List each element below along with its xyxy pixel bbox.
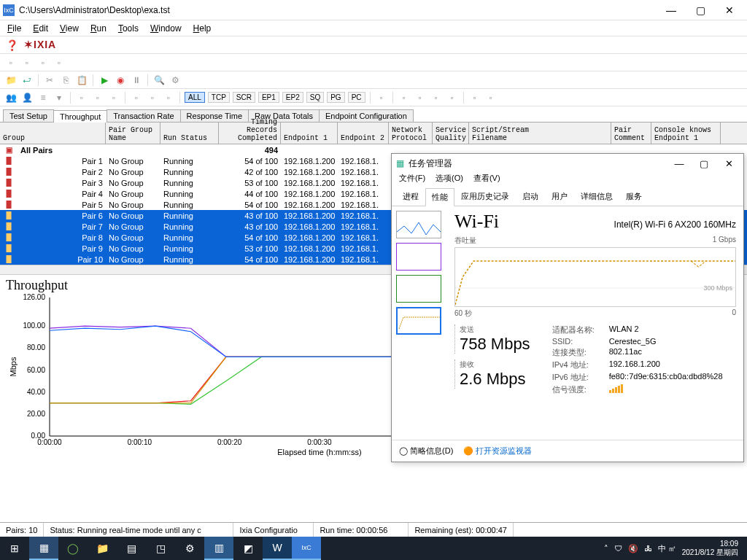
taskmgr-minimize[interactable]: —	[669, 158, 689, 169]
col-header[interactable]: Endpoint 1	[281, 122, 338, 144]
menu-edit[interactable]: Edit	[33, 23, 48, 34]
sort-icon[interactable]: ≡	[36, 91, 50, 104]
folder-icon[interactable]: 📁	[4, 74, 18, 87]
extra-1-icon[interactable]: ▫	[375, 91, 388, 104]
paste-icon[interactable]: 📋	[75, 74, 88, 87]
menu-run[interactable]: Run	[90, 23, 107, 34]
thumb-mem[interactable]	[396, 243, 441, 271]
taskbar-app-1[interactable]: ▦	[29, 537, 58, 560]
taskmgr-menu-options[interactable]: 选项(O)	[436, 173, 463, 187]
thumb-cpu[interactable]	[396, 211, 441, 238]
clear-3-icon[interactable]: ▫	[107, 91, 120, 104]
col-header[interactable]: Service Quality	[433, 122, 469, 144]
pause-icon[interactable]: ⏸	[130, 74, 143, 87]
menu-tools[interactable]: Tools	[118, 23, 139, 34]
taskmgr-tab-3[interactable]: 启动	[516, 187, 545, 206]
extra-7-icon[interactable]: ▫	[484, 91, 498, 104]
col-header[interactable]: Timing Records Completed	[219, 122, 281, 144]
menu-window[interactable]: Window	[150, 23, 182, 34]
thumb-disk[interactable]	[396, 275, 441, 303]
view-scr-button[interactable]: SCR	[233, 92, 255, 103]
view-pc-button[interactable]: PC	[348, 92, 365, 103]
clear-2-icon[interactable]: ▫	[91, 91, 104, 104]
tab-throughput[interactable]: Throughput	[53, 110, 107, 122]
stat-3-icon[interactable]: ▫	[162, 91, 175, 104]
start-button[interactable]: ⊞	[0, 537, 29, 560]
tray-ime[interactable]: 中 ㎡	[658, 543, 676, 554]
taskbar-app-4[interactable]: ▤	[117, 537, 146, 560]
view-ep1-button[interactable]: EP1	[258, 92, 279, 103]
taskmgr-tab-5[interactable]: 详细信息	[574, 187, 619, 206]
brief-toggle[interactable]: ◯ 简略信息(D)	[399, 446, 453, 456]
zoom-icon[interactable]: 🔍	[152, 74, 166, 87]
tray-volume-icon[interactable]: 🔇	[628, 544, 638, 553]
taskmgr-close[interactable]: ✕	[719, 158, 739, 169]
view-all-button[interactable]: ALL	[185, 92, 205, 103]
view-sq-button[interactable]: SQ	[306, 92, 324, 103]
resource-monitor-link[interactable]: 🟠 打开资源监视器	[463, 446, 532, 456]
menu-view[interactable]: View	[60, 23, 79, 34]
tab-endpoint-configuration[interactable]: Endpoint Configuration	[319, 109, 414, 122]
tray-up-icon[interactable]: ˄	[604, 544, 608, 553]
col-header[interactable]: Network Protocol	[389, 122, 433, 144]
taskmgr-tab-4[interactable]: 用户	[545, 187, 574, 206]
col-header[interactable]: Run Status	[160, 122, 219, 144]
taskbar-clock[interactable]: 18:09 2021/8/12 星期四	[682, 540, 741, 557]
taskmgr-menu-file[interactable]: 文件(F)	[399, 173, 425, 187]
taskmgr-tab-2[interactable]: 应用历史记录	[454, 187, 516, 206]
extra-3-icon[interactable]: ▫	[414, 91, 427, 104]
clear-1-icon[interactable]: ▫	[75, 91, 88, 104]
close-button[interactable]: ✕	[715, 0, 744, 20]
new-icon[interactable]: ▫	[4, 56, 18, 69]
run-icon[interactable]: ▶	[98, 74, 111, 87]
col-header[interactable]: Pair Comment	[611, 122, 651, 144]
user-icon[interactable]: 👤	[20, 91, 34, 104]
stop-icon[interactable]: ◉	[114, 74, 127, 87]
col-header[interactable]: Group	[0, 122, 106, 144]
taskbar-app-5[interactable]: ◳	[146, 537, 175, 560]
col-header[interactable]: Script/Stream Filename	[469, 122, 611, 144]
stat-2-icon[interactable]: ▫	[146, 91, 159, 104]
extra-4-icon[interactable]: ▫	[430, 91, 443, 104]
col-header[interactable]: Console knows Endpoint 1	[651, 122, 721, 144]
taskbar-app-6[interactable]: ⚙	[175, 537, 204, 560]
tab-transaction-rate[interactable]: Transaction Rate	[107, 109, 180, 122]
extra-6-icon[interactable]: ▫	[468, 91, 481, 104]
extra-5-icon[interactable]: ▫	[446, 91, 459, 104]
taskbar-app-9[interactable]: W	[263, 537, 292, 560]
taskbar-app-8[interactable]: ◩	[233, 537, 263, 560]
taskbar-app-10[interactable]: IxC	[292, 537, 321, 560]
minimize-button[interactable]: —	[657, 0, 686, 20]
taskmgr-tab-6[interactable]: 服务	[619, 187, 649, 206]
filter-icon[interactable]: ▾	[53, 91, 66, 104]
maximize-button[interactable]: ▢	[686, 0, 715, 20]
print-icon[interactable]: ▫	[53, 56, 66, 69]
taskmgr-menu-view[interactable]: 查看(V)	[473, 173, 500, 187]
help-icon[interactable]: ❓	[6, 39, 18, 51]
taskmgr-titlebar[interactable]: ▦ 任务管理器 — ▢ ✕	[392, 154, 743, 173]
copy-icon[interactable]: ⎘	[59, 74, 72, 87]
cut-icon[interactable]: ✂	[43, 74, 56, 87]
taskbar-app-3[interactable]: 📁	[88, 537, 117, 560]
open-icon[interactable]: ▫	[20, 56, 34, 69]
col-header[interactable]: Endpoint 2	[338, 122, 389, 144]
menu-file[interactable]: File	[7, 23, 21, 34]
taskmgr-tab-0[interactable]: 进程	[396, 187, 425, 206]
users-icon[interactable]: 👥	[4, 91, 18, 104]
thumb-wifi[interactable]	[396, 307, 441, 335]
tray-shield-icon[interactable]: 🛡	[614, 544, 622, 553]
menu-help[interactable]: Help	[193, 23, 212, 34]
taskmgr-tab-1[interactable]: 性能	[425, 188, 454, 206]
stat-1-icon[interactable]: ▫	[130, 91, 143, 104]
tool-icon[interactable]: ⚙	[169, 74, 182, 87]
view-ep2-button[interactable]: EP2	[282, 92, 303, 103]
tab-test-setup[interactable]: Test Setup	[3, 109, 54, 122]
save-icon[interactable]: ▫	[36, 56, 50, 69]
taskmgr-maximize[interactable]: ▢	[694, 158, 714, 169]
view-tcp-button[interactable]: TCP	[208, 92, 230, 103]
extra-2-icon[interactable]: ▫	[398, 91, 411, 104]
tray-network-icon[interactable]: 🖧	[644, 544, 652, 553]
export-icon[interactable]: ⮐	[20, 74, 34, 87]
col-header[interactable]: Pair Group Name	[106, 122, 160, 144]
view-pg-button[interactable]: PG	[327, 92, 344, 103]
